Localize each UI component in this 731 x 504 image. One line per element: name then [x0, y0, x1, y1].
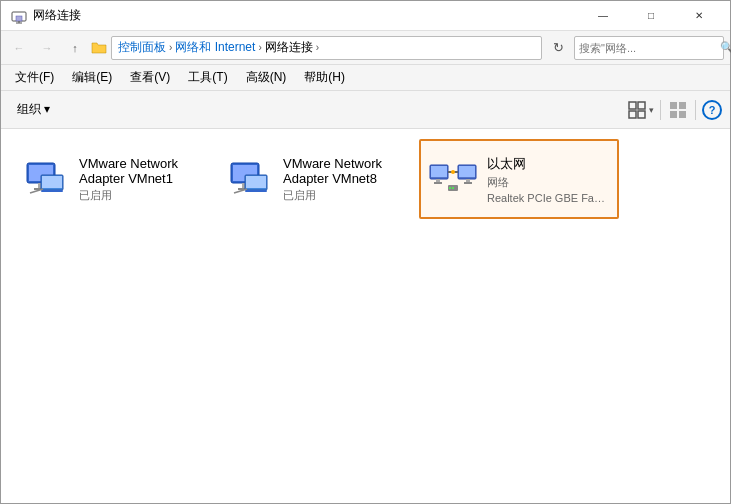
adapter-vmnet1-status: 已启用	[79, 188, 201, 203]
window-title: 网络连接	[33, 7, 81, 24]
svg-rect-25	[246, 176, 266, 188]
menu-advanced[interactable]: 高级(N)	[238, 67, 295, 88]
view-toggle[interactable]: ▾	[626, 99, 654, 121]
window-icon	[11, 8, 27, 24]
adapter-vmnet8-status: 已启用	[283, 188, 405, 203]
grid-view-icon	[626, 99, 648, 121]
search-icon: 🔍	[720, 41, 731, 54]
svg-point-37	[451, 170, 455, 174]
svg-rect-8	[670, 102, 677, 109]
adapter-ethernet[interactable]: 以太网 网络 Realtek PCIe GBE Family Contr...	[419, 139, 619, 219]
svg-rect-29	[431, 166, 447, 177]
svg-rect-30	[436, 179, 440, 182]
svg-rect-17	[42, 176, 62, 188]
toolbar: 组织 ▾ ▾	[1, 91, 730, 129]
svg-point-39	[449, 187, 451, 189]
refresh-button[interactable]: ↻	[546, 36, 570, 60]
svg-rect-18	[41, 190, 63, 192]
svg-rect-10	[670, 111, 677, 118]
breadcrumb-sep-0: ›	[169, 42, 172, 53]
svg-rect-4	[629, 102, 636, 109]
adapter-vmnet8-name: VMware Network Adapter VMnet8	[283, 156, 405, 186]
svg-rect-11	[679, 111, 686, 118]
adapter-ethernet-icon	[429, 155, 477, 203]
main-window: 网络连接 — □ ✕ ← → ↑ 控制面板 › 网络和 Internet › 网…	[0, 0, 731, 504]
svg-rect-35	[464, 182, 472, 184]
svg-rect-9	[679, 102, 686, 109]
svg-point-40	[452, 187, 454, 189]
svg-rect-7	[638, 111, 645, 118]
menu-help[interactable]: 帮助(H)	[296, 67, 353, 88]
svg-rect-26	[245, 190, 267, 192]
maximize-button[interactable]: □	[628, 1, 674, 31]
toolbar-divider-2	[695, 100, 696, 120]
svg-rect-6	[629, 111, 636, 118]
menubar: 文件(F) 编辑(E) 查看(V) 工具(T) 高级(N) 帮助(H)	[1, 65, 730, 91]
svg-point-41	[455, 187, 457, 189]
adapter-ethernet-status: 网络	[487, 175, 609, 190]
menu-file[interactable]: 文件(F)	[7, 67, 62, 88]
toolbar-divider	[660, 100, 661, 120]
svg-rect-31	[434, 182, 442, 184]
up-button[interactable]: ↑	[63, 36, 87, 60]
breadcrumb-sep-2: ›	[316, 42, 319, 53]
folder-icon	[91, 40, 107, 56]
organize-label: 组织 ▾	[17, 101, 50, 118]
forward-button[interactable]: →	[35, 36, 59, 60]
svg-rect-5	[638, 102, 645, 109]
svg-rect-1	[16, 16, 22, 21]
adapter-vmnet1-icon	[21, 155, 69, 203]
svg-rect-34	[466, 179, 470, 182]
search-box[interactable]: 🔍	[574, 36, 724, 60]
adapter-vmnet1-info: VMware Network Adapter VMnet1 已启用	[79, 156, 201, 203]
adapter-ethernet-info: 以太网 网络 Realtek PCIe GBE Family Contr...	[487, 155, 609, 204]
large-icon-view-button[interactable]	[667, 99, 689, 121]
large-icon-svg	[669, 101, 687, 119]
breadcrumb-item-0[interactable]: 控制面板	[118, 39, 166, 56]
adapter-ethernet-desc: Realtek PCIe GBE Family Contr...	[487, 192, 609, 204]
content-area: VMware Network Adapter VMnet1 已启用 VMware…	[1, 129, 730, 503]
titlebar-left: 网络连接	[11, 7, 81, 24]
breadcrumb-item-1[interactable]: 网络和 Internet	[175, 39, 255, 56]
breadcrumb-sep-1: ›	[258, 42, 261, 53]
toolbar-right: ▾ ?	[626, 99, 722, 121]
organize-button[interactable]: 组织 ▾	[9, 97, 58, 122]
minimize-button[interactable]: —	[580, 1, 626, 31]
adapter-vmnet8-info: VMware Network Adapter VMnet8 已启用	[283, 156, 405, 203]
help-button[interactable]: ?	[702, 100, 722, 120]
menu-edit[interactable]: 编辑(E)	[64, 67, 120, 88]
back-button[interactable]: ←	[7, 36, 31, 60]
adapter-vmnet1-name: VMware Network Adapter VMnet1	[79, 156, 201, 186]
breadcrumb-item-2: 网络连接	[265, 39, 313, 56]
titlebar-controls: — □ ✕	[580, 1, 722, 31]
menu-view[interactable]: 查看(V)	[122, 67, 178, 88]
view-chevron: ▾	[649, 105, 654, 115]
adapter-vmnet1[interactable]: VMware Network Adapter VMnet1 已启用	[11, 139, 211, 219]
adapter-ethernet-name: 以太网	[487, 155, 609, 173]
addressbar: ← → ↑ 控制面板 › 网络和 Internet › 网络连接 › ↻ 🔍	[1, 31, 730, 65]
breadcrumb[interactable]: 控制面板 › 网络和 Internet › 网络连接 ›	[111, 36, 542, 60]
adapter-vmnet8[interactable]: VMware Network Adapter VMnet8 已启用	[215, 139, 415, 219]
close-button[interactable]: ✕	[676, 1, 722, 31]
search-input[interactable]	[579, 42, 717, 54]
adapter-vmnet8-icon	[225, 155, 273, 203]
titlebar: 网络连接 — □ ✕	[1, 1, 730, 31]
svg-rect-33	[459, 166, 475, 177]
toolbar-left: 组织 ▾	[9, 97, 58, 122]
menu-tools[interactable]: 工具(T)	[180, 67, 235, 88]
